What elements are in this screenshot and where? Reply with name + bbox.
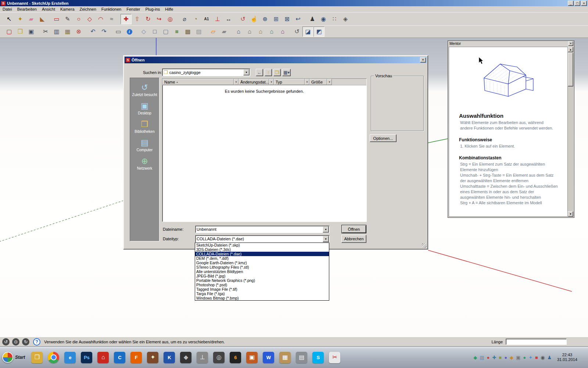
tray-icon[interactable]: ◆ [473,355,477,360]
taskbar-printer-icon[interactable]: ▤ [296,352,307,363]
tray-icon[interactable]: ■ [499,355,502,360]
back-button[interactable]: ← [256,69,263,76]
paste-button[interactable]: ▦ [62,26,73,37]
menu-item[interactable]: Bearbeiten [15,7,39,12]
pan-nav-icon[interactable]: ⊙ [12,338,19,346]
place-libraries[interactable]: ❒ Bibliotheken [130,120,159,134]
menu-item[interactable]: Zeichnen [77,7,99,12]
filetype-option[interactable]: Photoshop (*.psd) [195,283,329,287]
hidden-line-mode-button[interactable]: ▢ [160,26,171,37]
rectangle-tool[interactable]: ▭ [51,14,62,24]
make-component-tool[interactable]: ✦ [15,14,26,24]
taskbar-ie-icon[interactable]: e [64,352,76,363]
taskbar-3d-app-icon[interactable]: ✦ [147,352,158,363]
camera-previous-button[interactable]: ↺ [291,26,302,37]
scroll-up-icon[interactable]: ▲ [568,47,573,52]
look-around-tool[interactable]: ◉ [318,14,329,24]
column-header[interactable]: Größe [309,79,327,85]
taskbar-dark-app-icon[interactable]: ◆ [180,352,191,363]
tray-icon[interactable]: ■ [535,355,538,360]
close-button[interactable]: × [581,1,587,6]
taskbar-ball-app-icon[interactable]: 6 [230,352,241,363]
cut-button[interactable]: ✂ [40,26,51,37]
move-tool[interactable]: ✚ [121,14,132,24]
maximize-button[interactable]: □ [574,1,580,6]
model-info-button[interactable]: i [124,26,135,37]
orbit-tool[interactable]: ↺ [237,14,248,24]
taskbar-k-app-icon[interactable]: K [164,352,175,363]
filetype-option[interactable]: DEM (*.dem, *.ddf) [195,256,329,261]
filetype-option[interactable]: 3DS-Dateien (*.3ds) [195,247,329,252]
two-point-perspective-button[interactable]: ◩ [313,26,325,37]
options-button[interactable]: Optionen... [370,134,397,142]
right-view-button[interactable]: ⌂ [266,26,277,37]
dropdown-arrow-icon[interactable]: ▼ [323,236,329,242]
line-tool[interactable]: ✎ [62,14,73,24]
model-viewport[interactable]: Mentor × [0,38,588,337]
tray-icon[interactable]: ◆ [510,355,513,360]
perspective-button[interactable]: ◪ [302,26,313,37]
walk-tool[interactable]: ∷ [329,14,340,24]
taskbar-w-app-icon[interactable]: W [263,352,274,363]
iso-view-button[interactable]: ⌂ [233,26,244,37]
taskbar-firefox-icon[interactable]: F [130,352,142,363]
column-filter-button[interactable]: ▼ [234,79,239,85]
paint-bucket-tool[interactable]: ◣ [37,14,48,24]
save-button[interactable]: ▣ [26,26,37,37]
tray-icon[interactable]: ▤ [480,355,484,360]
circle-tool[interactable]: ○ [73,14,84,24]
tray-icon[interactable]: ● [523,355,526,360]
axes-tool[interactable]: ⊥ [212,14,223,24]
filetype-option[interactable]: Google Earth-Dateien (*.kmz) [195,261,329,265]
scrollbar-thumb[interactable] [568,53,573,86]
rotate-tool[interactable]: ↻ [143,14,154,24]
undo-button[interactable]: ↶ [87,26,98,37]
menu-item[interactable]: Datei [0,7,15,12]
column-header[interactable]: Name▴ [162,79,234,85]
taskbar-swirl-app-icon[interactable]: ◎ [213,352,225,363]
place-recent[interactable]: ↺ Zuletzt besucht [130,83,159,97]
open-button[interactable]: ❒ [15,26,26,37]
resize-grip[interactable] [422,243,427,248]
filetype-option[interactable]: Portable Network Graphics (*.png) [195,278,329,283]
back-view-button[interactable]: ⌂ [277,26,288,37]
front-view-button[interactable]: ⌂ [255,26,266,37]
select-tool[interactable]: ↖ [4,14,15,24]
lookin-combobox[interactable]: ❒ casino_zytglogge ▼ [162,68,250,76]
text-tool[interactable]: A1 [201,14,212,24]
tray-icon[interactable]: ♟ [547,355,552,360]
place-desktop[interactable]: ▣ Desktop [130,102,159,115]
eraser-tool[interactable]: ▰ [26,14,37,24]
delete-button[interactable]: ⊗ [73,26,84,37]
file-list[interactable]: Name▴ ▼ Änderungsdat... ▼ Typ ▼ Größe ▼ … [162,78,367,222]
offset-tool[interactable]: ◎ [165,14,176,24]
rotate-nav-icon[interactable]: ↻ [22,338,29,346]
filetype-combobox[interactable]: COLLADA-Dateien (*.dae) ▼ [195,235,330,243]
menu-item[interactable]: Hilfe [162,7,176,12]
filetype-option[interactable]: STereo Lithography Files (*.stl) [195,265,329,269]
position-camera-tool[interactable]: ♟ [307,14,318,24]
zoom-window-tool[interactable]: ⊞ [270,14,282,24]
column-filter-button[interactable]: ▼ [305,79,309,85]
filetype-option[interactable]: Targa File (*.tga) [195,291,329,296]
menu-item[interactable]: Kamera [58,7,77,12]
views-menu-button[interactable]: ▦▾ [282,69,291,76]
orbit-nav-icon[interactable]: ↺ [2,338,10,346]
pan-tool[interactable]: ☝ [248,14,259,24]
place-computer[interactable]: ▤ Computer [130,138,159,152]
taskbar-c-app-icon[interactable]: C [114,352,125,363]
taskbar-model-app-icon[interactable]: ⊥ [197,352,208,363]
print-button[interactable]: ▭ [113,26,124,37]
menu-item[interactable]: Funktionen [99,7,124,12]
taskbar-snipping-icon[interactable]: ✂ [329,352,340,363]
filename-combobox[interactable]: ▼ [195,226,330,233]
section-fill-button[interactable]: ▰ [219,26,230,37]
taskbar-cube-app-icon[interactable]: ▣ [246,352,258,363]
start-button[interactable]: Start [0,347,29,368]
taskbar-skype-icon[interactable]: S [312,352,324,363]
navigation-mode-tool[interactable]: ◈ [340,14,351,24]
protractor-tool[interactable]: ◔ [190,14,201,24]
freehand-tool[interactable]: ≈ [106,14,117,24]
xray-mode-button[interactable]: ◇ [138,26,149,37]
filetype-option[interactable]: Tagged Image File (*.tif) [195,287,329,291]
